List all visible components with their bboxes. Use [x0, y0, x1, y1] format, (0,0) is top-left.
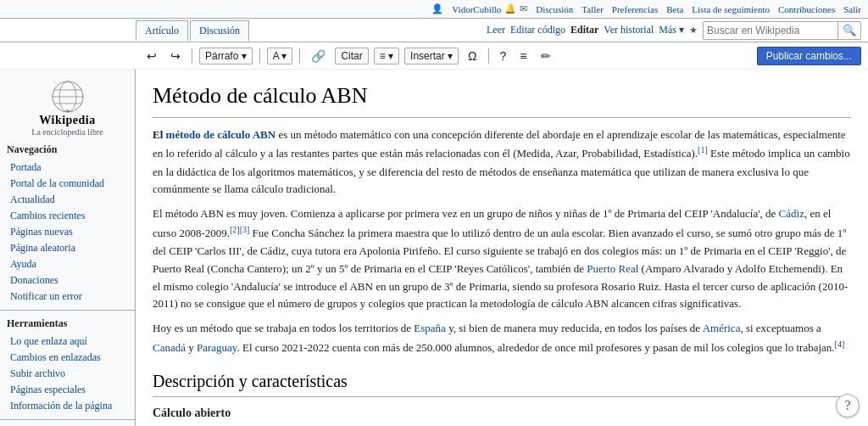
america-link[interactable]: América: [703, 322, 741, 334]
logo-subtitle: La enciclopedia libre: [31, 127, 103, 137]
paraguay-link[interactable]: Paraguay: [197, 341, 237, 354]
sidebar-item-actualidad[interactable]: Actualidad: [0, 192, 135, 208]
logo-title: Wikipedia: [39, 114, 96, 127]
taller-link[interactable]: Taller: [581, 4, 604, 14]
puerto-real-link[interactable]: Puerto Real: [587, 262, 638, 275]
article-tabs: Artículo Discusión: [136, 20, 251, 41]
logo-area: W Wikipedia La enciclopedia libre: [0, 76, 135, 140]
content-wrap: W Wikipedia La enciclopedia libre Navega…: [0, 70, 868, 426]
special-chars-button[interactable]: Ω: [464, 48, 481, 64]
contributions-link[interactable]: Contribuciones: [778, 4, 835, 14]
article-intro: El método de cálculo ABN es un método ma…: [153, 126, 851, 199]
svg-text:W: W: [65, 109, 70, 113]
undo-button[interactable]: ↩: [142, 48, 161, 64]
ref1[interactable]: [1]: [698, 145, 708, 154]
insert-dropdown[interactable]: Insertar ▾: [404, 48, 459, 64]
sidebar-item-subir[interactable]: Subir archivo: [0, 366, 135, 382]
toolbar-sep-4: [488, 48, 489, 64]
sidebar-item-enlaza[interactable]: Lo que enlaza aquí: [0, 334, 135, 350]
list-dropdown[interactable]: ≡ ▾: [374, 48, 399, 64]
cite-button[interactable]: Citar: [335, 48, 368, 64]
article-p2: El método ABN es muy joven. Comienza a a…: [153, 205, 851, 313]
message-icon[interactable]: ✉: [520, 3, 527, 14]
pencil-icon-btn[interactable]: ✏: [537, 48, 555, 64]
sidebar-item-portada[interactable]: Portada: [0, 160, 135, 176]
sidebar-item-cambios[interactable]: Cambios recientes: [0, 208, 135, 224]
menu-icon-btn[interactable]: ≡: [515, 48, 531, 64]
search-input[interactable]: [703, 21, 838, 40]
notification-icon[interactable]: 🔔: [504, 3, 516, 14]
star-icon[interactable]: ★: [689, 25, 698, 36]
sidebar-item-nuevas[interactable]: Páginas nuevas: [0, 224, 135, 240]
wikipedia-globe-icon: W: [51, 80, 85, 114]
espana-link[interactable]: España: [414, 322, 446, 334]
tab-mas[interactable]: Más ▾: [659, 24, 684, 36]
beta-link[interactable]: Beta: [666, 4, 683, 14]
sidebar-item-donaciones[interactable]: Donaciones: [0, 272, 135, 289]
sidebar-item-aleatoria[interactable]: Página aleatoria: [0, 240, 135, 256]
top-bar: 👤 VidorCubillo 🔔 ✉ Discusión Taller Pref…: [0, 0, 868, 19]
ref23[interactable]: [2][3]: [230, 225, 249, 234]
user-icon: 👤: [431, 3, 443, 14]
tools-section: Herramientas Lo que enlaza aquí Cambios …: [0, 314, 135, 414]
tab-editar-codigo[interactable]: Editar código: [510, 24, 565, 36]
tab-discusion[interactable]: Discusión: [190, 20, 249, 41]
tools-section-title: Herramientas: [0, 314, 135, 334]
nav-section-title: Navegación: [0, 140, 135, 160]
redo-button[interactable]: ↪: [166, 48, 185, 64]
article-title: Método de cálculo ABN: [153, 78, 851, 118]
article-content: Método de cálculo ABN El método de cálcu…: [136, 70, 868, 426]
tabs-bar: Artículo Discusión Leer Editar código Ed…: [0, 19, 868, 42]
sidebar-item-enlazadas[interactable]: Cambios en enlazadas: [0, 350, 135, 366]
sidebar-item-community[interactable]: Portal de la comunidad: [0, 176, 135, 192]
search-form: 🔍: [703, 21, 861, 40]
toolbar-sep-3: [299, 48, 300, 64]
sidebar-divider-2: [0, 419, 135, 420]
sidebar-item-ayuda[interactable]: Ayuda: [0, 256, 135, 272]
nav-section: Navegación Portada Portal de la comunida…: [0, 140, 135, 305]
toolbar-sep-1: [192, 48, 192, 64]
user-info: 👤 VidorCubillo 🔔 ✉ Discusión Taller Pref…: [431, 3, 861, 14]
section1-title: Descripción y características: [153, 367, 851, 397]
tab-leer[interactable]: Leer: [487, 24, 505, 36]
article-p3: Hoy es un método que se trabaja en todos…: [153, 320, 851, 357]
sidebar: W Wikipedia La enciclopedia libre Navega…: [0, 70, 136, 426]
discussion-link[interactable]: Discusión: [536, 4, 573, 14]
watchlist-link[interactable]: Lista de seguimiento: [692, 4, 770, 14]
editor-toolbar: ↩ ↪ Párrafo ▾ A ▾ 🔗 Citar ≡ ▾ Insertar ▾…: [0, 42, 868, 70]
abn-link[interactable]: método de cálculo ABN: [166, 128, 276, 141]
help-button[interactable]: ?: [836, 394, 860, 418]
link-button[interactable]: 🔗: [307, 48, 330, 64]
tab-historial[interactable]: Ver historial: [604, 24, 654, 36]
tab-articulo[interactable]: Artículo: [136, 20, 188, 41]
sidebar-item-especiales[interactable]: Páginas especiales: [0, 382, 135, 398]
cadiz-link[interactable]: Cádiz: [779, 207, 804, 220]
canada-link[interactable]: Canadá: [153, 341, 186, 354]
toolbar-sep-2: [259, 48, 260, 64]
username-link[interactable]: VidorCubillo: [452, 4, 501, 14]
sidebar-divider-1: [0, 310, 135, 311]
action-tabs: Leer Editar código Editar Ver historial …: [487, 21, 861, 40]
sidebar-item-info[interactable]: Información de la página: [0, 398, 135, 414]
preferences-link[interactable]: Preferencias: [612, 4, 658, 14]
help-icon-btn[interactable]: ?: [496, 48, 511, 64]
sidebar-item-error[interactable]: Notificar un error: [0, 289, 135, 305]
logout-link[interactable]: Salir: [843, 4, 861, 14]
text-style-dropdown[interactable]: A ▾: [267, 48, 293, 64]
publish-button[interactable]: Publicar cambios...: [757, 47, 861, 65]
search-button[interactable]: 🔍: [838, 21, 861, 40]
tab-editar[interactable]: Editar: [570, 24, 598, 36]
paragraph-dropdown[interactable]: Párrafo ▾: [199, 48, 253, 64]
sub1-title: Cálculo abierto: [153, 404, 851, 423]
ref4[interactable]: [4]: [835, 339, 845, 349]
